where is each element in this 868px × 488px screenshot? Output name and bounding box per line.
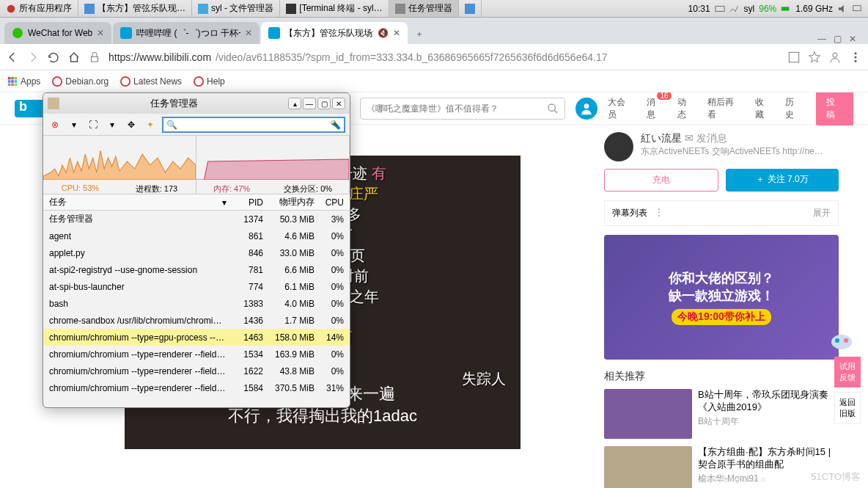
search-box[interactable] (360, 98, 565, 120)
user-avatar[interactable] (575, 98, 597, 120)
browser-tab[interactable]: 【东方】管弦乐队现场演奏 🔇 ✕ (261, 22, 408, 44)
feedback-button[interactable]: 试用反馈 (834, 357, 861, 387)
chevron-down-icon[interactable]: ▾ (67, 117, 81, 132)
memory-graph[interactable]: 内存: 47%交换分区: 0% (196, 136, 350, 194)
fullscreen-icon[interactable]: ⛶ (86, 117, 100, 132)
process-row[interactable]: chrome-sandbox /usr/lib/chromium/chromiu… (43, 312, 350, 329)
browser-tab[interactable]: WeChat for Web ✕ (4, 22, 111, 44)
apps-menu[interactable]: 所有应用程序 (0, 0, 78, 17)
back-icon[interactable] (6, 51, 19, 64)
close-icon[interactable]: ✕ (332, 98, 345, 109)
forward-icon[interactable] (26, 51, 40, 64)
rollup-icon[interactable]: ▴ (288, 98, 301, 109)
clock[interactable]: 10:31 (688, 4, 710, 14)
system-tray: 10:31 syl 96% 1.69 GHz (683, 4, 868, 14)
process-row[interactable]: at-spi-bus-launcher7746.1 MiB0% (43, 278, 350, 295)
battery-pct[interactable]: 96% (759, 4, 776, 14)
user-label[interactable]: syl (744, 4, 755, 14)
process-row[interactable]: chromium/chromium --type=renderer --fiel… (43, 363, 350, 379)
nav-item[interactable]: 大会员 (608, 96, 633, 121)
follow-button[interactable]: ＋ 关注 7.0万 (726, 169, 839, 192)
home-icon[interactable] (67, 51, 81, 64)
bookmark-item[interactable]: Help (194, 76, 225, 87)
send-message[interactable]: 发消息 (696, 132, 727, 144)
danmu-list-header[interactable]: 弹幕列表 ⋮ 展开 (604, 200, 839, 226)
charge-button[interactable]: 充电 (604, 169, 718, 192)
process-row[interactable]: bash13834.0 MiB0% (43, 295, 350, 312)
nav-item[interactable]: 收藏 (755, 96, 772, 121)
column-headers[interactable]: 任务 ▾ PID 物理内存 CPU (43, 194, 350, 211)
translate-icon[interactable] (787, 51, 801, 64)
bookmark-item[interactable]: Debian.org (52, 76, 108, 87)
old-version-button[interactable]: 返回旧版 (834, 392, 861, 424)
rec-thumbnail (604, 389, 692, 439)
tab-title: 【东方】管弦乐队现场演奏 (284, 27, 373, 40)
apps-shortcut[interactable]: Apps (7, 76, 40, 87)
minimize-icon[interactable]: — (817, 34, 826, 44)
bilibili-icon (120, 27, 132, 39)
close-icon[interactable]: ✕ (97, 28, 104, 38)
search-input[interactable] (367, 103, 547, 114)
kill-process-icon[interactable]: ⊗ (48, 117, 62, 132)
nav-item[interactable]: 历史 (785, 96, 802, 121)
url-field[interactable]: https://www.bilibili.com/video/av6118853… (108, 51, 780, 63)
post-button[interactable]: 投稿 (816, 92, 853, 125)
bookmark-item[interactable]: Latest News (120, 76, 182, 87)
maximize-icon[interactable]: ▢ (317, 98, 331, 109)
keyboard-icon[interactable] (715, 4, 725, 14)
chevron-down-icon[interactable]: ▾ (105, 117, 119, 132)
header-nav: 大会员 消息16 动态 稍后再看 收藏 历史 投稿 (608, 92, 853, 125)
profile-icon[interactable] (828, 51, 842, 64)
volume-icon[interactable] (837, 4, 847, 14)
move-icon[interactable]: ✥ (124, 117, 139, 132)
titlebar[interactable]: 任务管理器 ▴ — ▢ ✕ (43, 93, 350, 114)
uploader-name[interactable]: 紅い流星 (641, 132, 682, 144)
filter-input[interactable]: 🔍 🔦 (162, 117, 345, 133)
sparkle-icon[interactable]: ✦ (143, 117, 158, 132)
taskbar-item[interactable]: 任务管理器 (389, 0, 459, 17)
uploader-avatar[interactable] (604, 132, 633, 161)
process-row[interactable]: at-spi2-registryd --use-gnome-session781… (43, 261, 350, 278)
taskbar-item[interactable]: syl - 文件管理器 (192, 0, 280, 17)
more-icon[interactable]: ⋮ (655, 207, 663, 219)
svg-rect-20 (15, 76, 18, 79)
menu-icon[interactable] (849, 51, 862, 64)
close-icon[interactable]: ✕ (245, 28, 252, 38)
mute-icon[interactable]: 🔇 (378, 28, 389, 38)
close-window-icon[interactable]: ✕ (849, 34, 856, 44)
maximize-icon[interactable]: ▢ (834, 34, 842, 44)
taskbar-item[interactable]: [Terminal 终端 - syl… (280, 0, 389, 17)
reload-icon[interactable] (47, 51, 60, 64)
display-icon[interactable] (852, 4, 862, 14)
cpu-freq[interactable]: 1.69 GHz (795, 4, 833, 14)
recommendation-item[interactable]: B站十周年，帝玖乐团现身演奏《入站曲2019》 B站十周年 (604, 389, 839, 439)
window-title: 任务管理器 (59, 97, 288, 110)
search-icon[interactable] (547, 103, 559, 114)
new-tab-button[interactable]: ＋ (409, 23, 430, 44)
taskbar-item[interactable] (459, 0, 482, 17)
nav-item[interactable]: 稍后再看 (707, 96, 742, 121)
minimize-icon[interactable]: — (303, 98, 316, 109)
system-taskbar: 所有应用程序 【东方】管弦乐队现… syl - 文件管理器 [Terminal … (0, 0, 868, 18)
process-row[interactable]: agent8614.6 MiB0% (43, 227, 350, 244)
process-row[interactable]: chromium/chromium --type=renderer --fiel… (43, 379, 350, 396)
process-row[interactable]: applet.py84633.0 MiB0% (43, 244, 350, 261)
expand-button[interactable]: 展开 (813, 207, 831, 219)
process-row[interactable]: chromium/chromium --type=gpu-process --f… (43, 329, 350, 346)
ad-banner[interactable]: 你和大佬的区别？ 缺一款独立游戏！ 今晚19:00带你补上 (604, 235, 839, 360)
nav-messages[interactable]: 消息16 (647, 96, 663, 121)
mascot-icon[interactable] (828, 327, 855, 349)
svg-point-28 (121, 76, 130, 85)
cpu-graph[interactable]: CPU: 53%进程数: 173 (43, 136, 196, 194)
network-icon[interactable] (729, 4, 740, 14)
nav-item[interactable]: 动态 (677, 96, 694, 121)
apps-label: 所有应用程序 (19, 2, 72, 15)
close-icon[interactable]: ✕ (393, 28, 400, 38)
clear-icon[interactable]: 🔦 (330, 120, 341, 130)
taskbar-item[interactable]: 【东方】管弦乐队现… (78, 0, 192, 17)
star-icon[interactable] (808, 51, 821, 64)
process-row[interactable]: chromium/chromium --type=renderer --fiel… (43, 346, 350, 363)
browser-tab[interactable]: 哔哩哔哩 (゜-゜)つロ 干杯~-bi… ✕ (113, 22, 260, 44)
process-row[interactable]: 任务管理器137450.3 MiB3% (43, 211, 350, 227)
process-list[interactable]: 任务管理器137450.3 MiB3%agent8614.6 MiB0%appl… (43, 211, 350, 407)
